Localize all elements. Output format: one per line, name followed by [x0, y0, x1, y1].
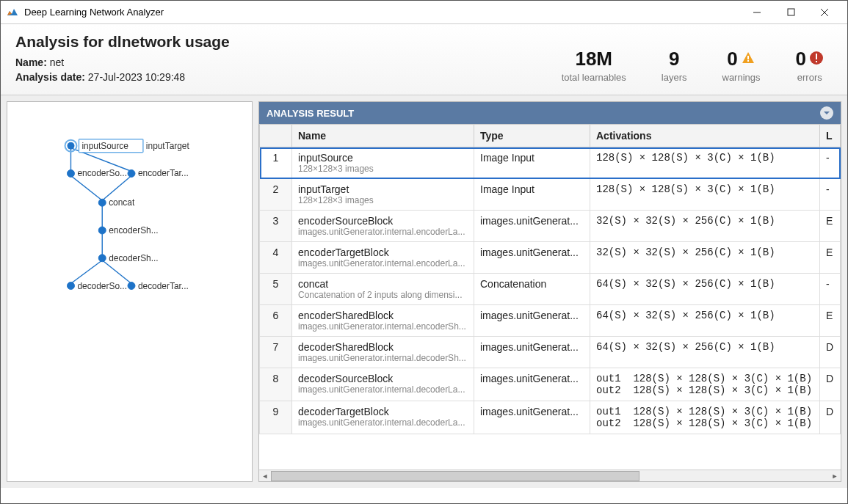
layer-description: 128×128×3 images [298, 195, 468, 205]
layer-learnables: - [820, 147, 841, 179]
layer-type: images.unitGenerat... [474, 337, 590, 368]
scroll-left-arrow[interactable]: ◄ [259, 470, 271, 482]
table-row[interactable]: 3encoderSourceBlockimages.unitGenerator.… [260, 211, 841, 242]
maximize-button[interactable] [774, 1, 808, 23]
layer-name: decoderSharedBlock [298, 341, 468, 353]
svg-point-26 [68, 282, 75, 290]
layer-type: images.unitGenerat... [474, 305, 590, 337]
minimize-button[interactable] [740, 1, 774, 23]
svg-point-24 [98, 227, 106, 234]
layer-type: images.unitGenerat... [474, 242, 590, 274]
summary-header: Analysis for dlnetwork usage Name: net A… [1, 24, 847, 95]
layer-activations: 64(S) × 32(S) × 256(C) × 1(B) [590, 337, 820, 368]
error-icon [809, 48, 824, 70]
table-row[interactable]: 7decoderSharedBlockimages.unitGenerator.… [260, 337, 841, 368]
row-index: 1 [260, 147, 292, 179]
svg-point-22 [128, 169, 135, 177]
scrollbar-thumb[interactable] [271, 471, 639, 481]
graph-node-decoderSource[interactable]: decoderSo... [77, 281, 127, 291]
row-index: 8 [260, 368, 292, 401]
layer-activations: out1 128(S) × 128(S) × 3(C) × 1(B) out2 … [590, 401, 820, 434]
col-header-index[interactable] [260, 125, 292, 147]
svg-line-11 [70, 175, 102, 200]
svg-text:inputTarget: inputTarget [146, 141, 190, 151]
window-title: Deep Learning Network Analyzer [24, 7, 164, 18]
layer-type: Image Input [474, 179, 590, 211]
scroll-right-arrow[interactable]: ► [829, 470, 841, 482]
close-button[interactable] [808, 1, 841, 23]
warning-icon [741, 48, 755, 70]
layer-activations: 32(S) × 32(S) × 256(C) × 1(B) [590, 242, 820, 274]
col-header-type[interactable]: Type [474, 125, 590, 147]
table-row[interactable]: 9decoderTargetBlockimages.unitGenerator.… [260, 401, 841, 434]
graph-node-decoderTarget[interactable]: decoderTar... [138, 281, 189, 291]
graph-node-decoderShared[interactable]: decoderSh... [109, 253, 159, 263]
svg-rect-5 [747, 60, 749, 62]
svg-rect-8 [816, 61, 817, 62]
graph-node-inputSource[interactable]: inputSource [81, 141, 128, 151]
layer-learnables: - [820, 179, 841, 211]
analysis-result-header: ANALYSIS RESULT [259, 102, 841, 124]
network-graph-pane[interactable]: inputSource inputTarget encoderSo... enc… [7, 101, 253, 482]
row-index: 6 [260, 305, 292, 337]
layer-name: inputTarget [298, 183, 468, 195]
layer-description: 128×128×3 images [298, 164, 468, 174]
table-row[interactable]: 2inputTarget128×128×3 imagesImage Input1… [260, 179, 841, 211]
network-name: Name: net [15, 56, 230, 68]
svg-rect-4 [747, 56, 749, 59]
stat-errors: 0 errors [796, 48, 824, 83]
table-row[interactable]: 8decoderSourceBlockimages.unitGenerator.… [260, 368, 841, 401]
table-row[interactable]: 1inputSource128×128×3 imagesImage Input1… [260, 147, 841, 179]
layer-learnables: D [820, 401, 841, 434]
table-row[interactable]: 5concatConcatenation of 2 inputs along d… [260, 274, 841, 305]
collapse-panel-button[interactable] [820, 106, 833, 120]
row-index: 9 [260, 401, 292, 434]
layer-activations: 128(S) × 128(S) × 3(C) × 1(B) [590, 147, 820, 179]
layer-name: concat [298, 278, 468, 290]
svg-line-12 [102, 175, 131, 200]
layer-type: images.unitGenerat... [474, 401, 590, 434]
col-header-learnables[interactable]: L [820, 125, 841, 147]
layer-description: images.unitGenerator.internal.encoderSh.… [298, 321, 468, 332]
layer-learnables: D [820, 368, 841, 401]
layer-learnables: D [820, 337, 841, 368]
row-index: 5 [260, 274, 292, 305]
graph-node-encoderSource[interactable]: encoderSo... [77, 168, 127, 178]
app-logo-icon [7, 7, 18, 18]
svg-point-18 [68, 142, 75, 150]
col-header-activations[interactable]: Activations [590, 125, 820, 147]
graph-node-encoderShared[interactable]: encoderSh... [109, 225, 159, 235]
layer-activations: 128(S) × 128(S) × 3(C) × 1(B) [590, 179, 820, 211]
layer-description: images.unitGenerator.internal.decoderSh.… [298, 353, 468, 363]
layer-activations: 32(S) × 32(S) × 256(C) × 1(B) [590, 211, 820, 242]
layer-learnables: E [820, 242, 841, 274]
analysis-result-pane: ANALYSIS RESULT Name Type Activations L [258, 101, 841, 482]
layer-name: decoderTargetBlock [298, 406, 468, 417]
layer-learnables: E [820, 305, 841, 337]
layer-type: images.unitGenerat... [474, 368, 590, 401]
page-title: Analysis for dlnetwork usage [15, 33, 230, 51]
layer-description: images.unitGenerator.internal.decoderLa.… [298, 384, 468, 395]
graph-node-encoderTarget[interactable]: encoderTar... [138, 168, 189, 178]
stat-total-learnables: 18M total learnables [562, 48, 626, 83]
svg-rect-7 [816, 54, 817, 59]
table-row[interactable]: 4encoderTargetBlockimages.unitGenerator.… [260, 242, 841, 274]
col-header-name[interactable]: Name [292, 125, 474, 147]
svg-point-23 [98, 199, 106, 206]
row-index: 2 [260, 179, 292, 211]
layer-description: images.unitGenerator.internal.encoderLa.… [298, 227, 468, 237]
svg-point-21 [68, 169, 75, 177]
horizontal-scrollbar[interactable]: ◄ ► [259, 470, 841, 481]
layer-type: images.unitGenerat... [474, 211, 590, 242]
layers-table[interactable]: Name Type Activations L 1inputSource128×… [259, 124, 841, 434]
layer-name: encoderSourceBlock [298, 215, 468, 227]
layer-description: images.unitGenerator.internal.decoderLa.… [298, 417, 468, 428]
window-controls [740, 1, 841, 23]
layer-activations: out1 128(S) × 128(S) × 3(C) × 1(B) out2 … [590, 368, 820, 401]
titlebar: Deep Learning Network Analyzer [1, 1, 847, 24]
graph-node-concat[interactable]: concat [109, 197, 135, 208]
layer-type: Image Input [474, 147, 590, 179]
layer-learnables: - [820, 274, 841, 305]
table-row[interactable]: 6encoderSharedBlockimages.unitGenerator.… [260, 305, 841, 337]
layer-activations: 64(S) × 32(S) × 256(C) × 1(B) [590, 305, 820, 337]
